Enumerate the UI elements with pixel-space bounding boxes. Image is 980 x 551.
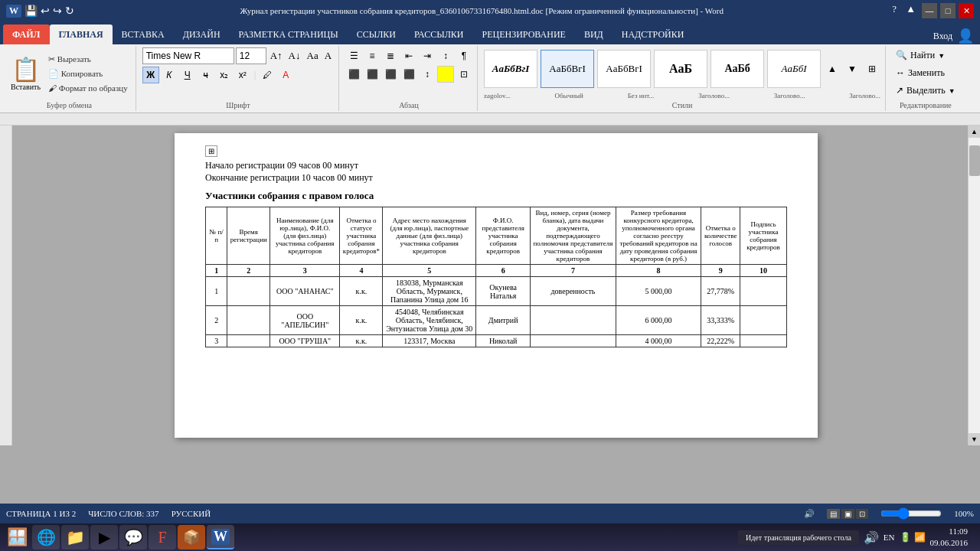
taskbar-app2[interactable]: 📦 [178,525,205,549]
styles-scroll-down[interactable]: ▼ [844,63,861,75]
replace-button[interactable]: ↔ Заменить [892,65,949,81]
text-color-button[interactable]: A [277,67,294,83]
cut-button[interactable]: ✂ Вырезать [45,53,131,66]
font-name-input[interactable] [142,47,234,64]
font-shrink-button[interactable]: A↓ [286,49,303,63]
tab-references[interactable]: ССЫЛКИ [348,24,405,44]
cell-row3-time [227,335,270,347]
bold-button[interactable]: Ж [142,67,159,83]
qa-refresh[interactable]: ↻ [65,5,74,18]
subscript-button[interactable]: x₂ [216,67,233,83]
tab-mailings[interactable]: РАССЫЛКИ [405,24,473,44]
styles-scroll-up[interactable]: ▲ [824,63,841,75]
tab-addins[interactable]: НАДСТРОЙКИ [612,24,694,44]
qa-redo[interactable]: ↪ [53,5,62,18]
show-formatting-button[interactable]: ¶ [456,47,472,64]
numbering-button[interactable]: ≡ [364,47,381,64]
maximize-button[interactable]: □ [940,3,956,18]
increase-indent-button[interactable]: ⇥ [419,47,436,64]
font-size-input[interactable] [236,47,266,64]
document-page[interactable]: ⊞ Начало регистрации 09 часов 00 минут О… [175,133,818,438]
clear-format-button[interactable]: A [322,49,334,63]
style-heading3[interactable]: AaБб [710,50,764,88]
view-reading-button[interactable]: ▣ [841,509,854,519]
start-button[interactable]: 🪟 [3,525,31,549]
shading-button[interactable] [437,66,454,83]
borders-button[interactable]: ⊡ [456,66,472,83]
text-highlight-button[interactable]: 🖊 [259,67,276,83]
scrollbar-thumb[interactable] [969,145,980,176]
vertical-scrollbar[interactable]: ▲ ▼ [968,126,980,445]
justify-button[interactable]: ⬛ [400,66,417,83]
tab-review[interactable]: РЕЦЕНЗИРОВАНИЕ [472,24,574,44]
style-heading1[interactable]: AaБбВгI [484,50,537,88]
align-left-button[interactable]: ⬛ [345,66,362,83]
align-center-button[interactable]: ⬛ [364,66,381,83]
italic-button[interactable]: К [161,67,178,83]
multilevel-list-button[interactable]: ≣ [382,47,399,64]
col-num-7: 7 [531,265,616,277]
font-group: A↑ A↓ Aa A Ж К Ч ч x₂ x² | 🖊 A Шрифт [138,46,339,111]
cell-row3-name: ООО "ГРУША" [270,335,340,347]
bullets-button[interactable]: ☰ [345,47,362,64]
section-heading: Участники собрания с правом голоса [205,190,787,202]
help-icon[interactable]: ? [889,3,900,18]
paste-button[interactable]: 📋 Вставить [8,54,44,93]
font-grow-button[interactable]: A↑ [268,49,285,63]
tab-design[interactable]: ДИЗАЙН [174,24,230,44]
cell-row2-rep: Дмитрий [476,306,531,335]
tab-insert[interactable]: ВСТАВКА [113,24,174,44]
zoom-slider[interactable] [880,509,942,518]
speaker-icon[interactable]: 🔊 [804,509,815,519]
taskbar-files[interactable]: 📁 [61,525,89,549]
line-spacing-button[interactable]: ↕ [419,66,436,83]
format-painter-button[interactable]: 🖌 Формат по образцу [45,82,131,94]
clipboard-group: 📋 Вставить ✂ Вырезать 📄 Копировать 🖌 Фор… [3,46,136,111]
style-heading2[interactable]: AaБ [654,50,707,88]
find-button[interactable]: 🔍 Найти ▼ [892,47,949,64]
col-num-1: 1 [206,265,227,277]
language-indicator[interactable]: EN [884,533,895,542]
col-num-2: 2 [227,265,270,277]
change-case-button[interactable]: Aa [305,49,321,63]
scrollbar-down-arrow[interactable]: ▼ [969,433,981,445]
style-heading4[interactable]: AaБбI [767,50,821,88]
scrollbar-up-arrow[interactable]: ▲ [969,126,981,138]
sort-button[interactable]: ↕ [437,47,454,64]
login-button[interactable]: Вход [933,31,952,42]
taskbar-app1[interactable]: F [149,525,176,549]
volume-icon[interactable]: 🔊 [864,530,879,545]
ribbon-collapse-icon[interactable]: ▲ [903,3,919,18]
tab-file[interactable]: ФАЙЛ [3,24,50,44]
styles-expand[interactable]: ⊞ [864,63,880,75]
editing-group-label: Редактирование [900,99,952,109]
qa-save[interactable]: 💾 [24,5,38,18]
end-time: Окончание регистрации 10 часов 00 минут [205,172,787,184]
copy-button[interactable]: 📄 Копировать [45,67,131,80]
select-button[interactable]: ↗ Выделить ▼ [892,83,959,99]
underline-button[interactable]: Ч [179,67,196,83]
style-no-spacing[interactable]: AaБбВгI [597,50,651,88]
decrease-indent-button[interactable]: ⇤ [400,47,417,64]
close-button[interactable]: ✕ [959,3,974,18]
tab-layout[interactable]: РАЗМЕТКА СТРАНИЦЫ [230,24,348,44]
style-label-6: Заголово... [849,92,880,99]
paragraph-group-label: Абзац [399,99,419,109]
style-normal[interactable]: AaБбВгI [541,50,594,88]
taskbar-chrome[interactable]: 🌐 [32,525,60,549]
insert-table-icon[interactable]: ⊞ [205,145,217,157]
minimize-button[interactable]: — [922,3,937,18]
qa-undo[interactable]: ↩ [41,5,50,18]
replace-icon: ↔ [896,67,905,79]
tab-view[interactable]: ВИД [575,24,612,44]
align-right-button[interactable]: ⬛ [382,66,399,83]
taskbar-media[interactable]: ▶ [90,525,118,549]
view-normal-button[interactable]: ▤ [827,509,840,519]
taskbar-skype[interactable]: 💬 [119,525,147,549]
strikethrough-button[interactable]: ч [198,67,214,83]
tab-home[interactable]: ГЛАВНАЯ [50,24,113,44]
view-web-button[interactable]: ⊡ [856,509,868,519]
superscript-button[interactable]: x² [234,67,251,83]
taskbar-word[interactable]: W [207,525,234,549]
account-icon: 👤 [957,28,974,44]
